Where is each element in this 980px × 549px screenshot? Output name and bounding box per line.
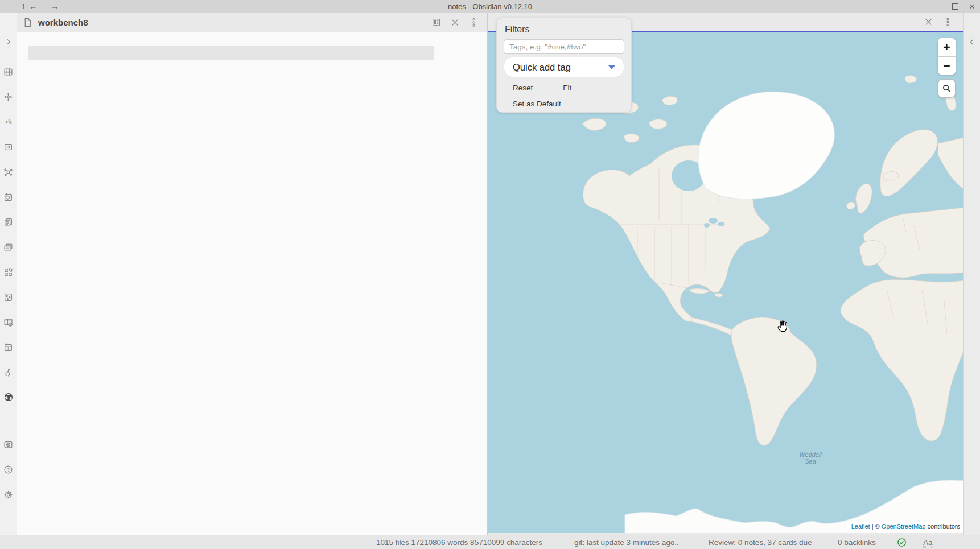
note-editor[interactable] (17, 32, 487, 535)
sync-ok-icon[interactable] (897, 535, 907, 549)
quick-add-tag-select[interactable]: Quick add tag (504, 57, 624, 77)
tab-title[interactable]: workbench8 (38, 18, 88, 27)
maximize-button[interactable] (950, 2, 960, 11)
presentation-icon[interactable] (0, 134, 17, 159)
svg-text:1: 1 (7, 346, 10, 350)
left-pane: workbench8 (17, 13, 487, 535)
expand-sidebar-icon[interactable] (0, 34, 17, 49)
tags-filter-input[interactable] (504, 39, 624, 54)
backlinks-status[interactable]: 0 backlinks (838, 535, 876, 549)
zoom-out-button[interactable]: − (938, 56, 956, 75)
map-pane: Weddell Sea + − Leaflet | © OpenStreetMa… (488, 13, 963, 535)
pan-directions-icon[interactable] (0, 84, 17, 109)
word-count-status: 1015 files 17210806 words 85710099 chara… (376, 535, 542, 549)
vault-switcher-icon[interactable] (0, 432, 17, 457)
more-options-icon[interactable] (941, 16, 954, 28)
templater-icon[interactable]: <% (0, 109, 17, 134)
close-window-button[interactable]: ✕ (967, 2, 977, 11)
set-as-default-button[interactable]: Set as Default (513, 100, 561, 108)
close-pane-icon[interactable] (922, 16, 934, 28)
close-pane-icon[interactable] (448, 16, 461, 29)
map-search-button[interactable] (938, 79, 956, 98)
statusbar: 1015 files 17210806 words 85710099 chara… (0, 535, 980, 549)
minimize-button[interactable]: — (933, 2, 942, 11)
database-icon[interactable] (0, 309, 17, 335)
git-status[interactable]: git: last update 3 minutes ago.. (574, 535, 679, 549)
fit-button[interactable]: Fit (563, 84, 571, 92)
font-toggle-status[interactable]: Aa (923, 535, 933, 549)
card-stack-icon[interactable] (0, 234, 17, 259)
left-ribbon: <%1 ? (0, 13, 17, 535)
titlebar: 1 ← → notes - Obsidian v0.12.10 — ✕ (0, 0, 980, 13)
help-icon[interactable]: ? (0, 457, 17, 482)
right-sidebar-strip (963, 13, 980, 535)
empty-line-highlight (28, 46, 434, 60)
collapse-right-sidebar-icon[interactable] (966, 36, 978, 48)
window-title: notes - Obsidian v0.12.10 (0, 0, 980, 13)
medal-ribbon-icon[interactable] (0, 360, 17, 385)
osm-link[interactable]: OpenStreetMap (882, 523, 926, 530)
graph-icon[interactable] (0, 159, 17, 184)
chevron-down-icon (608, 65, 615, 69)
document-icon (23, 18, 32, 27)
svg-text:?: ? (7, 467, 10, 472)
leaflet-link[interactable]: Leaflet (851, 523, 870, 530)
table-icon[interactable] (0, 59, 17, 84)
maximize-icon (952, 3, 958, 10)
blocks-icon[interactable] (0, 259, 17, 284)
map-attribution: Leaflet | © OpenStreetMap contributors (847, 522, 963, 531)
dice-icon[interactable] (0, 284, 17, 309)
small-square-icon[interactable] (953, 535, 957, 549)
map-zoom-control: + − (937, 38, 956, 75)
obsidian-window: 1 ← → notes - Obsidian v0.12.10 — ✕ <%1 … (0, 0, 980, 549)
left-pane-header: workbench8 (17, 13, 487, 32)
settings-icon[interactable] (0, 482, 17, 507)
calendar-check-icon[interactable] (0, 184, 17, 209)
reset-button[interactable]: Reset (513, 84, 533, 92)
review-status[interactable]: Review: 0 notes, 37 cards due (709, 535, 812, 549)
more-options-icon[interactable] (467, 16, 480, 29)
map-filters-panel: Filters Quick add tag Reset Fit Set as D… (496, 18, 632, 113)
search-icon (942, 84, 952, 93)
copy-note-icon[interactable] (0, 209, 17, 234)
filters-title: Filters (505, 24, 624, 35)
svg-text:<%: <% (5, 119, 11, 125)
zoom-in-button[interactable]: + (938, 38, 956, 56)
preview-toggle-icon[interactable] (430, 16, 442, 29)
daily-note-icon[interactable]: 1 (0, 335, 17, 360)
map-globe-icon[interactable] (0, 385, 17, 410)
